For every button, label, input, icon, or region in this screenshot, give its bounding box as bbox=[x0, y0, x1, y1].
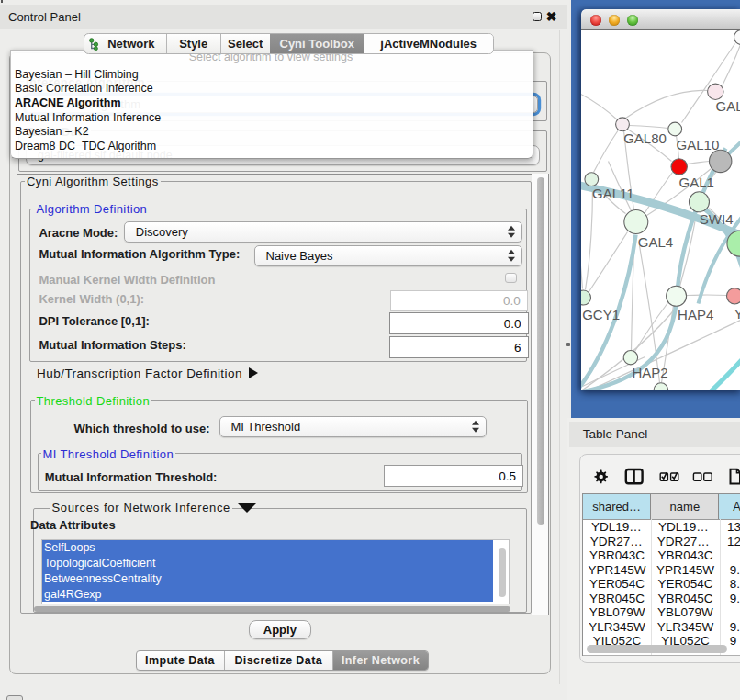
svg-text:HAP2: HAP2 bbox=[632, 365, 667, 380]
svg-text:GAL2: GAL2 bbox=[715, 98, 740, 114]
svg-text:GAL10: GAL10 bbox=[676, 136, 719, 152]
svg-text:GAL11: GAL11 bbox=[592, 186, 634, 201]
svg-text:GAL4: GAL4 bbox=[637, 234, 672, 250]
svg-text:HAP4: HAP4 bbox=[678, 306, 713, 322]
svg-text:GCY1: GCY1 bbox=[582, 307, 620, 322]
svg-text:SWI4: SWI4 bbox=[699, 210, 733, 226]
svg-text:GAL80: GAL80 bbox=[623, 130, 667, 145]
svg-text:Y: Y bbox=[734, 306, 740, 322]
svg-text:GAL1: GAL1 bbox=[678, 175, 713, 190]
